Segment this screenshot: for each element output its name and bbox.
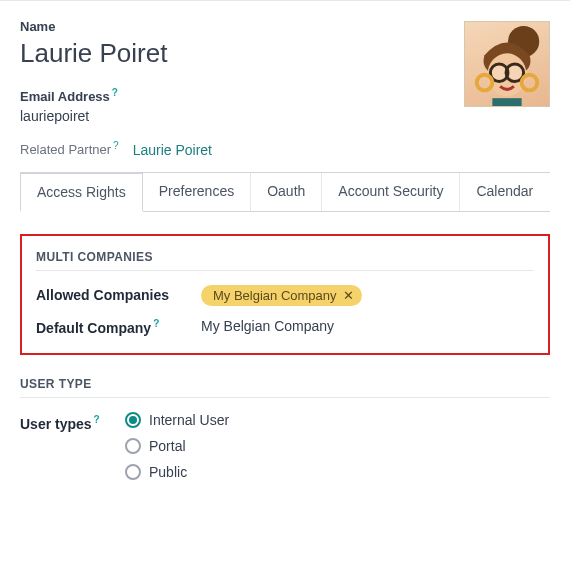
radio-public[interactable]: Public	[125, 464, 229, 480]
radio-label: Internal User	[149, 412, 229, 428]
help-icon[interactable]: ?	[94, 414, 100, 425]
multi-companies-title: MULTI COMPANIES	[36, 250, 534, 271]
radio-icon	[125, 438, 141, 454]
tabs: Access Rights Preferences Oauth Account …	[20, 172, 550, 212]
tab-oauth[interactable]: Oauth	[251, 173, 322, 211]
radio-label: Public	[149, 464, 187, 480]
svg-rect-8	[492, 98, 521, 106]
close-icon[interactable]: ✕	[343, 288, 354, 303]
email-value[interactable]: lauriepoiret	[20, 108, 550, 124]
avatar[interactable]	[464, 21, 550, 107]
radio-label: Portal	[149, 438, 186, 454]
user-type-section: USER TYPE User types? Internal User Port…	[20, 377, 550, 480]
default-company-label-text: Default Company	[36, 319, 151, 335]
related-partner-link[interactable]: Laurie Poiret	[133, 142, 212, 158]
default-company-value[interactable]: My Belgian Company	[201, 318, 334, 334]
radio-icon	[125, 464, 141, 480]
company-tag-label: My Belgian Company	[213, 288, 337, 303]
help-icon[interactable]: ?	[153, 318, 159, 329]
tab-calendar[interactable]: Calendar	[460, 173, 549, 211]
default-company-label: Default Company?	[36, 318, 201, 336]
email-label-text: Email Address	[20, 89, 110, 104]
radio-portal[interactable]: Portal	[125, 438, 229, 454]
related-partner-label: Related Partner?	[20, 140, 119, 157]
help-icon[interactable]: ?	[112, 87, 118, 98]
radio-icon	[125, 412, 141, 428]
tab-access-rights[interactable]: Access Rights	[20, 172, 143, 212]
tab-preferences[interactable]: Preferences	[143, 173, 251, 211]
radio-internal-user[interactable]: Internal User	[125, 412, 229, 428]
company-tag[interactable]: My Belgian Company ✕	[201, 285, 362, 306]
multi-companies-section: MULTI COMPANIES Allowed Companies My Bel…	[20, 234, 550, 356]
tab-account-security[interactable]: Account Security	[322, 173, 460, 211]
allowed-companies-label: Allowed Companies	[36, 287, 201, 303]
user-type-title: USER TYPE	[20, 377, 550, 398]
related-partner-label-text: Related Partner	[20, 143, 111, 158]
user-types-label-text: User types	[20, 416, 92, 432]
user-types-label: User types?	[20, 412, 125, 432]
help-icon[interactable]: ?	[113, 140, 119, 151]
